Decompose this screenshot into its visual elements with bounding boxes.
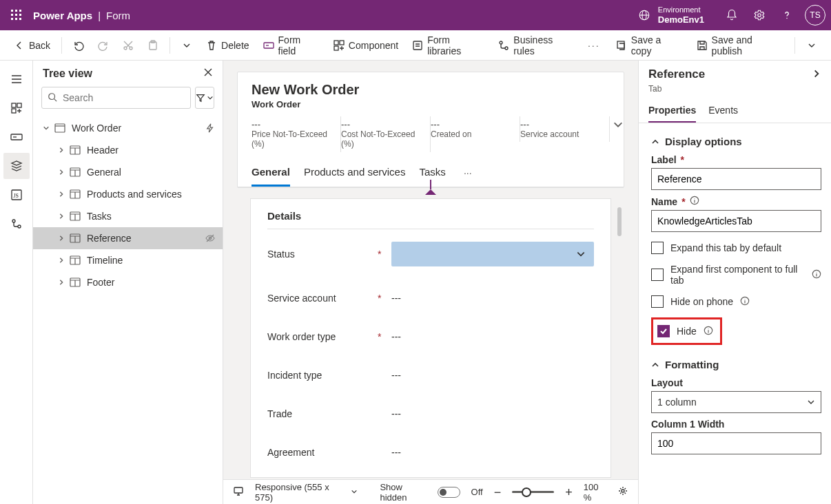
display-options-accordion[interactable]: Display options: [651, 136, 821, 147]
component-button[interactable]: Component: [328, 36, 404, 55]
undo-button[interactable]: [68, 36, 90, 55]
field-value: ---: [391, 370, 401, 381]
form-libraries-button[interactable]: Form libraries: [407, 30, 490, 61]
tree-node-label: Tasks: [87, 211, 216, 222]
form-field-row[interactable]: Status*: [267, 229, 594, 279]
zoom-slider[interactable]: [512, 491, 554, 493]
header-stat[interactable]: --- Cost Not-To-Exceed (%): [341, 116, 431, 152]
chevron-icon[interactable]: [57, 169, 66, 176]
add-chevron[interactable]: [176, 36, 198, 55]
header-stat[interactable]: --- Created on: [431, 116, 520, 142]
status-dropdown[interactable]: [391, 242, 594, 266]
name-input[interactable]: [651, 210, 821, 232]
svg-rect-18: [334, 41, 338, 45]
save-publish-button[interactable]: Save and publish: [691, 30, 789, 61]
rail-js[interactable]: JS: [3, 182, 30, 208]
tree-node[interactable]: General: [33, 161, 223, 183]
undo-icon: [73, 40, 84, 51]
zoom-in[interactable]: +: [565, 486, 573, 498]
fit-icon[interactable]: [617, 485, 628, 498]
details-section[interactable]: Details Status*Service account*---Work o…: [251, 199, 611, 477]
environment-icon[interactable]: [630, 0, 658, 30]
chevron-icon[interactable]: [57, 257, 66, 264]
info-icon[interactable]: [812, 269, 821, 281]
waffle-icon[interactable]: [6, 4, 28, 26]
tree-search-input[interactable]: [61, 92, 185, 104]
form-field-row[interactable]: Incident type---: [267, 356, 594, 395]
header-stat[interactable]: --- Service account: [520, 116, 610, 142]
business-rules-button[interactable]: Business rules: [493, 30, 579, 61]
environment-picker[interactable]: Environment DemoEnv1: [658, 6, 704, 25]
responsive-label[interactable]: Responsive (555 x 575): [255, 482, 340, 503]
more-commands[interactable]: ···: [583, 36, 605, 55]
prop-tab-properties[interactable]: Properties: [648, 99, 696, 123]
tree-filter[interactable]: [195, 87, 214, 109]
layout-select[interactable]: 1 column: [651, 391, 821, 413]
header-expand-chevron[interactable]: [610, 116, 626, 135]
show-hidden-toggle[interactable]: [438, 487, 460, 498]
form-field-row[interactable]: Trade---: [267, 395, 594, 433]
info-icon[interactable]: [704, 326, 713, 337]
close-icon[interactable]: [203, 67, 213, 80]
form-field-button[interactable]: Form field: [258, 30, 325, 61]
form-tab-general[interactable]: General: [252, 159, 290, 187]
rail-field[interactable]: [3, 124, 30, 150]
brand-bar: Power Apps | Form Environment DemoEnv1 T…: [0, 0, 831, 30]
hide-phone-checkbox[interactable]: Hide on phone: [651, 295, 821, 308]
tree-node[interactable]: Tasks: [33, 205, 223, 227]
chevron-icon[interactable]: [57, 279, 66, 286]
tree-node[interactable]: Footer: [33, 271, 223, 293]
tree-node[interactable]: Products and services: [33, 183, 223, 205]
tree-node[interactable]: Timeline: [33, 249, 223, 271]
chevron-right-icon[interactable]: [812, 69, 821, 81]
cut-button[interactable]: [117, 36, 139, 55]
tree-node[interactable]: Header: [33, 139, 223, 161]
expand-default-checkbox[interactable]: Expand this tab by default: [651, 242, 821, 254]
info-icon[interactable]: [740, 296, 750, 308]
tab-icon: [69, 232, 81, 244]
zoom-out[interactable]: −: [494, 486, 502, 498]
chevron-icon[interactable]: [57, 235, 66, 242]
header-stat[interactable]: --- Price Not-To-Exceed (%): [252, 116, 341, 152]
tree-search[interactable]: [41, 87, 191, 109]
device-icon[interactable]: [233, 485, 244, 498]
paste-button[interactable]: [142, 36, 164, 55]
form-field-row[interactable]: Work order type*---: [267, 317, 594, 356]
rail-tree-view[interactable]: [3, 153, 30, 179]
help-icon[interactable]: [773, 0, 801, 30]
tree-node[interactable]: Reference: [33, 227, 223, 249]
formatting-accordion[interactable]: Formatting: [651, 359, 821, 370]
form-tab-products[interactable]: Products and services: [304, 159, 406, 187]
chevron-icon[interactable]: [57, 213, 66, 220]
chevron-icon[interactable]: [57, 147, 66, 154]
form-tab-more[interactable]: ···: [460, 165, 476, 181]
expand-first-checkbox[interactable]: Expand first component to full tab: [651, 264, 821, 286]
notifications-icon[interactable]: [718, 0, 746, 30]
bolt-icon: [205, 123, 216, 134]
chevron-icon[interactable]: [41, 125, 51, 132]
prop-tab-events[interactable]: Events: [708, 99, 738, 123]
svg-rect-43: [234, 487, 243, 493]
save-copy-button[interactable]: Save a copy: [611, 30, 688, 61]
tree-node[interactable]: Work Order: [33, 117, 223, 139]
rail-rules[interactable]: [3, 211, 30, 237]
back-button[interactable]: Back: [8, 36, 56, 55]
label-input[interactable]: [651, 168, 821, 190]
settings-icon[interactable]: [746, 0, 773, 30]
form-field-row[interactable]: Service account*---: [267, 279, 594, 317]
chevron-icon[interactable]: [57, 191, 66, 198]
info-icon[interactable]: [690, 196, 699, 207]
chevron-down-icon[interactable]: [351, 487, 358, 497]
name-label: Name*: [651, 196, 821, 207]
delete-button[interactable]: Delete: [201, 36, 254, 55]
redo-button[interactable]: [92, 36, 114, 55]
rail-hamburger[interactable]: [3, 66, 30, 92]
field-label: Trade: [267, 408, 378, 419]
hide-checkbox[interactable]: Hide: [651, 317, 722, 345]
col-width-input[interactable]: [651, 432, 821, 454]
save-split-chevron[interactable]: [801, 36, 823, 55]
canvas-scrollbar[interactable]: [617, 207, 622, 236]
user-avatar[interactable]: TS: [805, 5, 825, 25]
rail-components[interactable]: [3, 95, 30, 121]
form-field-row[interactable]: Agreement---: [267, 433, 594, 472]
